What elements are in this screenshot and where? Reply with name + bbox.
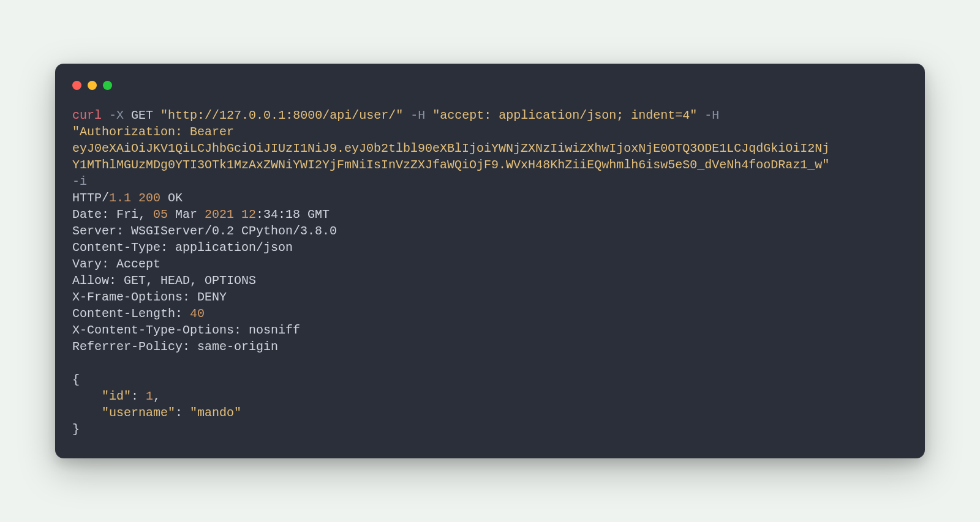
flag-h1: -H	[410, 108, 425, 122]
date-label: Date: Fri,	[72, 207, 153, 222]
allow-header: Allow: GET, HEAD, OPTIONS	[72, 274, 256, 288]
auth-header-open: "Authorization: Bearer	[72, 125, 234, 139]
token-line-1: eyJ0eXAiOiJKV1QiLCJhbGciOiJIUzI1NiJ9.eyJ…	[72, 141, 829, 155]
token-line-2: Y1MThlMGUzMDg0YTI3OTk1MzAxZWNiYWI2YjFmNi…	[72, 158, 829, 172]
json-comma-1: ,	[153, 389, 160, 403]
date-day: 05	[153, 207, 168, 222]
xcto-header: X-Content-Type-Options: nosniff	[72, 323, 300, 337]
close-icon[interactable]	[72, 81, 81, 90]
date-hour: 12	[234, 207, 256, 222]
flag-x: -X	[109, 108, 124, 122]
http-version: 1.1	[109, 191, 131, 205]
xframe-header: X-Frame-Options: DENY	[72, 290, 227, 304]
date-rest: :34:18 GMT	[256, 207, 330, 222]
content-length-value: 40	[190, 307, 205, 321]
json-username-value: "mando"	[190, 406, 241, 420]
terminal-window: curl -X GET "http://127.0.0.1:8000/api/u…	[55, 64, 925, 458]
status-code: 200	[138, 191, 160, 205]
date-year: 2021	[205, 207, 234, 222]
server-header: Server: WSGIServer/0.2 CPython/3.8.0	[72, 224, 337, 238]
status-text: OK	[160, 191, 183, 205]
date-month: Mar	[168, 207, 205, 222]
flag-i: -i	[72, 174, 87, 188]
content-length-label: Content-Length:	[72, 307, 190, 321]
referrer-policy-header: Referrer-Policy: same-origin	[72, 340, 278, 354]
vary-header: Vary: Accept	[72, 257, 160, 271]
accept-header: "accept: application/json; indent=4"	[432, 108, 697, 122]
flag-h2: -H	[704, 108, 719, 122]
json-username-key: "username"	[72, 406, 175, 420]
json-open-brace: {	[72, 373, 80, 387]
http-proto: HTTP/	[72, 191, 109, 205]
content-type-header: Content-Type: application/json	[72, 240, 293, 255]
zoom-icon[interactable]	[103, 81, 112, 90]
minimize-icon[interactable]	[88, 81, 97, 90]
json-close-brace: }	[72, 422, 80, 436]
json-id-key: "id"	[72, 389, 131, 403]
json-colon-2: :	[175, 406, 190, 420]
http-method: GET	[131, 108, 153, 122]
json-colon-1: :	[131, 389, 146, 403]
terminal-output: curl -X GET "http://127.0.0.1:8000/api/u…	[72, 107, 908, 438]
request-url: "http://127.0.0.1:8000/api/user/"	[160, 108, 403, 122]
cmd-curl: curl	[72, 108, 102, 122]
window-titlebar	[72, 81, 908, 90]
json-id-value: 1	[146, 389, 153, 403]
